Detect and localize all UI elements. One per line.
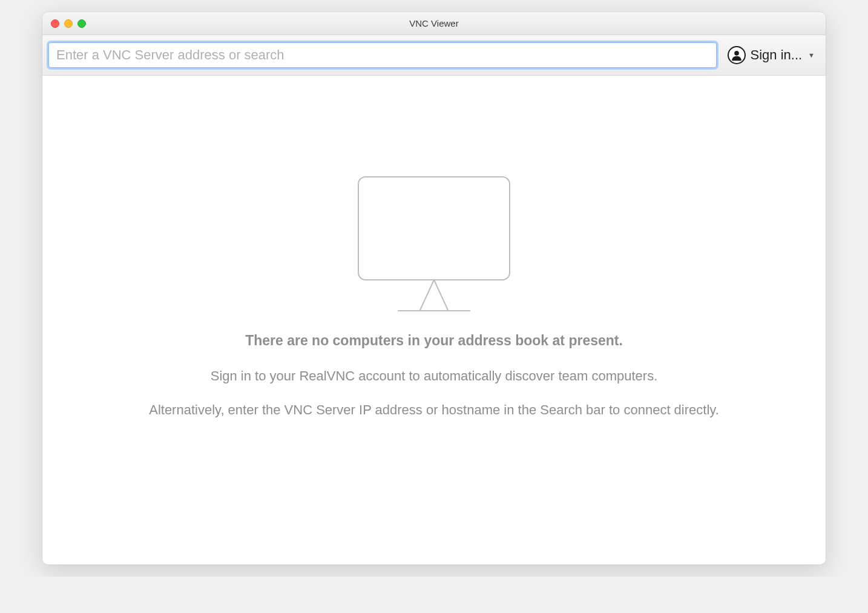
minimize-button[interactable] — [64, 19, 73, 28]
chevron-down-icon: ▼ — [808, 51, 815, 59]
svg-point-0 — [734, 51, 739, 56]
maximize-button[interactable] — [77, 19, 86, 28]
toolbar: Sign in... ▼ — [42, 35, 826, 76]
user-icon — [728, 46, 746, 64]
monitor-icon — [355, 174, 513, 316]
svg-rect-1 — [358, 177, 510, 280]
empty-state-line-1: Sign in to your RealVNC account to autom… — [211, 368, 658, 384]
empty-state-heading: There are no computers in your address b… — [245, 333, 623, 349]
address-input[interactable] — [48, 42, 717, 68]
empty-state-line-2: Alternatively, enter the VNC Server IP a… — [149, 402, 719, 418]
sign-in-menu[interactable]: Sign in... ▼ — [725, 44, 820, 67]
svg-line-2 — [420, 280, 434, 310]
window-title: VNC Viewer — [42, 18, 826, 28]
window-controls — [42, 19, 86, 28]
app-window: VNC Viewer Sign in... ▼ There are no com… — [42, 12, 826, 565]
svg-line-3 — [434, 280, 448, 310]
sign-in-label: Sign in... — [751, 47, 803, 63]
main-content: There are no computers in your address b… — [42, 76, 826, 565]
close-button[interactable] — [51, 19, 59, 28]
titlebar[interactable]: VNC Viewer — [42, 12, 826, 35]
